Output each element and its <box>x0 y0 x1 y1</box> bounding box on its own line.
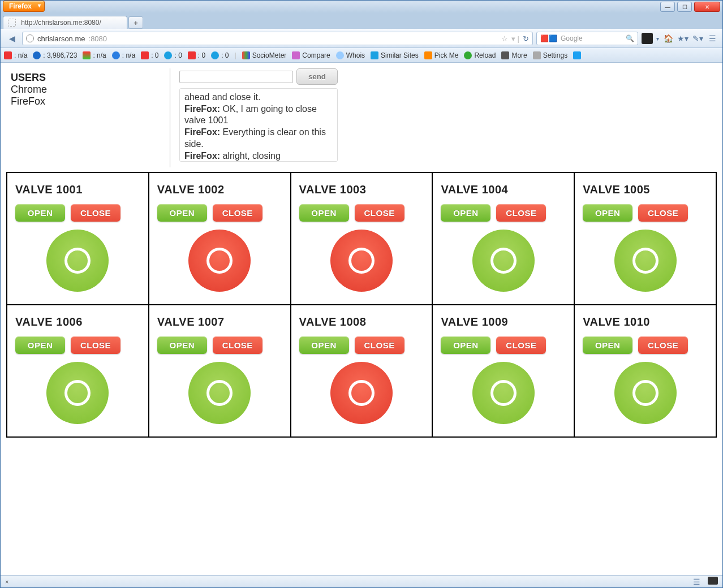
indicator-ring-icon <box>206 248 233 274</box>
valve-cell-1: VALVE 1001OPENCLOSE <box>7 172 149 305</box>
indicator-ring-icon <box>490 380 517 406</box>
browser-tab[interactable]: http://chrislarson.me:8080/ <box>3 16 127 29</box>
close-button[interactable]: CLOSE <box>71 204 120 222</box>
bm-item-0[interactable]: : n/a <box>4 51 27 59</box>
valve-indicator <box>472 362 535 424</box>
bm-pickme[interactable]: Pick Me <box>424 51 459 59</box>
open-button[interactable]: OPEN <box>299 336 349 354</box>
close-button[interactable]: CLOSE <box>213 336 262 354</box>
indicator-ring-icon <box>348 380 375 406</box>
close-button[interactable]: CLOSE <box>71 336 120 354</box>
close-button[interactable]: CLOSE <box>638 336 688 354</box>
status-bar: × ☰ <box>1 575 722 587</box>
home-button[interactable]: 🏠 <box>662 33 674 44</box>
valve-title: VALVE 1009 <box>441 315 508 328</box>
close-button[interactable]: CLOSE <box>355 204 404 222</box>
new-tab-button[interactable]: + <box>128 16 143 29</box>
navigation-toolbar: ◀ chrislarson.me:8080 ☆ ▾ | ↻ 🟥🟦 Google … <box>1 29 722 48</box>
valve-title: VALVE 1001 <box>15 183 83 196</box>
status-left[interactable]: × <box>5 578 8 585</box>
close-button[interactable]: CLOSE <box>638 204 688 222</box>
open-button[interactable]: OPEN <box>299 204 349 222</box>
status-right: ☰ <box>691 576 718 587</box>
valve-indicator <box>188 362 251 424</box>
valve-indicator <box>330 230 393 292</box>
chat-input[interactable] <box>179 71 293 83</box>
open-button[interactable]: OPEN <box>441 336 490 354</box>
close-button[interactable]: CLOSE <box>496 336 546 354</box>
bm-item-2[interactable]: : n/a <box>83 51 106 59</box>
bm-settings[interactable]: Settings <box>533 51 567 59</box>
close-button[interactable]: CLOSE <box>213 204 262 222</box>
bm-item-5[interactable]: : 0 <box>164 51 182 59</box>
bm-reload[interactable]: Reload <box>464 51 496 59</box>
globe-icon <box>26 34 34 42</box>
status-stack-icon[interactable]: ☰ <box>691 576 703 587</box>
indicator-ring-icon <box>64 248 91 274</box>
status-box-icon[interactable] <box>708 577 718 585</box>
bm-item-6[interactable]: : 0 <box>188 51 205 59</box>
open-button[interactable]: OPEN <box>15 204 65 222</box>
bm-sociometer[interactable]: SocioMeter <box>242 51 287 59</box>
firefox-menu-button[interactable]: Firefox <box>3 1 45 12</box>
valve-button-row: OPENCLOSE <box>299 204 404 222</box>
bookmark-star-icon[interactable]: ☆ <box>501 34 508 43</box>
url-bar[interactable]: chrislarson.me:8080 ☆ ▾ | ↻ <box>22 32 533 45</box>
brush-button[interactable]: ✎▾ <box>692 33 703 44</box>
reload-icon[interactable]: ↻ <box>523 34 529 43</box>
indicator-ring-icon <box>632 248 659 274</box>
url-port: :8080 <box>89 34 107 43</box>
valve-cell-7: VALVE 1007OPENCLOSE <box>149 305 291 437</box>
valve-button-row: OPENCLOSE <box>583 336 688 354</box>
bm-similar[interactable]: Similar Sites <box>371 51 419 59</box>
valve-cell-6: VALVE 1006OPENCLOSE <box>7 305 149 437</box>
valve-indicator <box>46 230 109 292</box>
bookmarks-menu-button[interactable]: ★▾ <box>677 33 688 44</box>
open-button[interactable]: OPEN <box>157 204 207 222</box>
close-button[interactable]: CLOSE <box>355 336 404 354</box>
open-button[interactable]: OPEN <box>15 336 65 354</box>
chat-message: FireFox: OK, I am going to close valve 1… <box>184 103 333 127</box>
send-button[interactable]: send <box>296 68 338 85</box>
bm-more[interactable]: More <box>501 51 527 59</box>
valve-indicator <box>330 362 393 424</box>
chat-log[interactable]: Chrome: All clear over here. Go ahead an… <box>179 88 338 162</box>
bm-compare[interactable]: Compare <box>292 51 330 59</box>
page-content: USERS Chrome FireFox send Chrome: All cl… <box>1 63 722 472</box>
addon-dropdown-1[interactable]: ▾ <box>656 36 659 42</box>
window-maximize-button[interactable]: ☐ <box>677 2 692 12</box>
addon-button-1[interactable] <box>642 33 653 44</box>
bm-item-7[interactable]: : 0 <box>211 51 229 59</box>
window-close-button[interactable]: ✕ <box>694 2 720 12</box>
valve-indicator <box>472 230 535 292</box>
valve-indicator <box>46 362 109 424</box>
valve-title: VALVE 1005 <box>583 183 650 196</box>
open-button[interactable]: OPEN <box>583 204 632 222</box>
chat-send-row: send <box>179 68 338 85</box>
stack-button[interactable]: ☰ <box>707 33 718 44</box>
bm-item-4[interactable]: : 0 <box>141 51 158 59</box>
url-host: chrislarson.me <box>37 34 85 43</box>
indicator-ring-icon <box>206 380 233 406</box>
back-button[interactable]: ◀ <box>5 32 19 45</box>
valve-cell-5: VALVE 1005OPENCLOSE <box>574 172 716 305</box>
search-submit-icon[interactable]: 🔍 <box>626 34 634 42</box>
chat-message: FireFox: alright, closing <box>184 150 333 162</box>
open-button[interactable]: OPEN <box>583 336 632 354</box>
bm-whois[interactable]: Whois <box>336 51 365 59</box>
open-button[interactable]: OPEN <box>157 336 207 354</box>
chat-text: alright, closing <box>220 151 281 161</box>
urlbar-separator: ▾ | <box>511 34 519 43</box>
users-panel: USERS Chrome FireFox <box>6 68 170 167</box>
search-engine-icon: 🟥🟦 <box>540 34 557 42</box>
close-button[interactable]: CLOSE <box>496 204 546 222</box>
window-minimize-button[interactable]: — <box>660 2 675 12</box>
open-button[interactable]: OPEN <box>441 204 490 222</box>
bm-item-3[interactable]: : n/a <box>112 51 135 59</box>
bm-twitter[interactable] <box>573 51 581 59</box>
search-bar[interactable]: 🟥🟦 Google 🔍 <box>536 32 638 45</box>
user-row-1: FireFox <box>11 96 165 107</box>
search-placeholder: Google <box>561 34 583 42</box>
bm-item-1[interactable]: : 3,986,723 <box>33 51 77 59</box>
users-heading: USERS <box>11 72 165 84</box>
